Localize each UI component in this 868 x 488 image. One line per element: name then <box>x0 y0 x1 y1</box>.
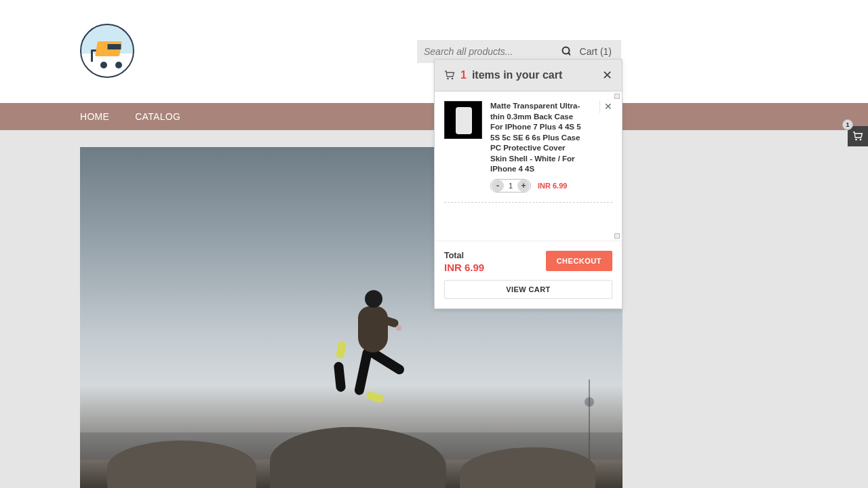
cart-panel-header: 1 items in your cart ✕ <box>435 60 622 92</box>
floating-cart-tab[interactable]: 1 <box>848 126 868 146</box>
cart-icon <box>852 131 863 141</box>
item-separator <box>444 202 612 203</box>
svg-point-2 <box>447 78 449 80</box>
total-value: INR 6.99 <box>444 262 484 273</box>
logo-circle <box>80 24 134 78</box>
cart-icon <box>444 70 455 80</box>
cart-items-area: Matte Transparent Ultra-thin 0.3mm Back … <box>435 92 622 241</box>
view-cart-button[interactable]: VIEW CART <box>444 280 612 299</box>
cart-count: 1 <box>460 69 467 81</box>
scroll-up-icon[interactable] <box>614 94 620 99</box>
qty-decrease-button[interactable]: - <box>492 180 504 192</box>
close-icon[interactable]: ✕ <box>602 68 612 83</box>
site-logo[interactable] <box>80 24 136 79</box>
qty-price-row: - 1 + INR 6.99 <box>490 179 612 192</box>
scroll-down-icon[interactable] <box>614 233 620 239</box>
qty-value: 1 <box>505 182 517 190</box>
cart-item-title[interactable]: Matte Transparent Ultra-thin 0.3mm Back … <box>490 101 583 175</box>
floating-cart-badge: 1 <box>842 119 853 130</box>
svg-point-3 <box>452 78 454 80</box>
cart-item: Matte Transparent Ultra-thin 0.3mm Back … <box>444 101 612 183</box>
cart-heading: items in your cart <box>472 69 562 81</box>
svg-point-5 <box>860 139 862 141</box>
header-cart-text: Cart (1) <box>580 46 612 57</box>
svg-point-4 <box>855 139 857 141</box>
cart-item-price: INR 6.99 <box>538 182 567 190</box>
checkout-button[interactable]: CHECKOUT <box>546 251 612 271</box>
cart-footer: Total INR 6.99 CHECKOUT VIEW CART <box>435 241 622 308</box>
cart-dropdown: 1 items in your cart ✕ Matte Transparent… <box>434 59 623 309</box>
qty-stepper: - 1 + <box>490 179 531 192</box>
nav-home[interactable]: HOME <box>80 111 109 122</box>
qty-increase-button[interactable]: + <box>517 180 530 192</box>
remove-item-icon[interactable]: ✕ <box>599 101 612 113</box>
total-label: Total <box>444 251 484 260</box>
cart-item-thumbnail[interactable] <box>444 101 482 139</box>
nav-catalog[interactable]: CATALOG <box>135 111 180 122</box>
